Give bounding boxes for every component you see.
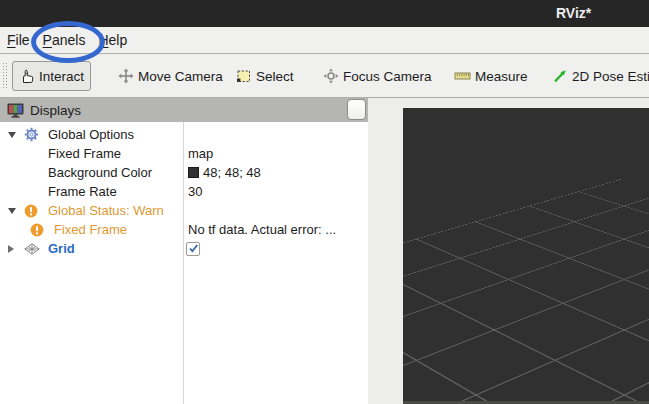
value-text: No tf data. Actual error: ... [188, 222, 336, 237]
move-arrows-icon [118, 68, 134, 84]
ruler-icon [454, 68, 471, 84]
value-text: 30 [188, 184, 202, 199]
property-value[interactable] [188, 239, 200, 258]
warning-icon [30, 223, 44, 237]
toolbar: InteractMove CameraSelectFocus CameraMea… [0, 55, 649, 98]
expander-expanded[interactable] [8, 132, 24, 138]
tool-label: Select [256, 69, 294, 84]
focus-crosshair-icon [323, 68, 339, 84]
displays-panel: Displays Global OptionsFixed FramemapBac… [0, 98, 368, 404]
hand-pointer-icon [19, 68, 35, 84]
iconslot [30, 223, 52, 237]
displays-tree: Global OptionsFixed FramemapBackground C… [0, 122, 368, 404]
tool-measure[interactable]: Measure [448, 61, 534, 91]
tool-label: Measure [475, 69, 528, 84]
3d-viewport[interactable] [403, 108, 649, 401]
toolbar-grip-handle[interactable] [2, 62, 8, 90]
tool-2d-pose-esti[interactable]: 2D Pose Esti [546, 61, 649, 91]
panel-float-button[interactable] [347, 99, 366, 120]
tree-row-global-status-warn[interactable]: Global Status: Warn [0, 201, 368, 220]
grid-icon [24, 243, 40, 255]
tool-label: 2D Pose Esti [572, 69, 649, 84]
rviz-window: RViz* FilePanelsHelp InteractMove Camera… [0, 0, 649, 404]
property-name: Global Status: Warn [48, 203, 164, 218]
tree-row-fixed-frame[interactable]: Fixed Framemap [0, 144, 368, 163]
tool-label: Interact [39, 69, 84, 84]
window-title: RViz* [556, 5, 591, 21]
property-name: Global Options [48, 127, 134, 142]
selection-box-icon [236, 68, 252, 84]
property-value[interactable]: 30 [188, 182, 202, 201]
property-name: Frame Rate [48, 184, 117, 199]
tree-row-fixed-frame[interactable]: Fixed FrameNo tf data. Actual error: ... [0, 220, 368, 239]
color-swatch [188, 167, 199, 178]
tool-label: Move Camera [138, 69, 223, 84]
iconslot [24, 204, 46, 218]
property-name: Fixed Frame [48, 146, 121, 161]
expander-collapsed[interactable] [8, 245, 24, 253]
property-value[interactable]: 48; 48; 48 [188, 163, 261, 182]
tool-label: Focus Camera [343, 69, 432, 84]
tree-row-grid[interactable]: Grid [0, 239, 368, 258]
property-name: Fixed Frame [54, 222, 127, 237]
property-name: Grid [48, 241, 75, 256]
ground-grid [403, 178, 649, 401]
menu-panels[interactable]: Panels [43, 29, 95, 51]
displays-panel-title: Displays [30, 103, 81, 118]
tool-select[interactable]: Select [230, 61, 300, 91]
tool-focus-camera[interactable]: Focus Camera [317, 61, 438, 91]
tool-move-camera[interactable]: Move Camera [112, 61, 229, 91]
value-text: 48; 48; 48 [203, 165, 261, 180]
pose-arrow-icon [552, 68, 568, 84]
iconslot [24, 127, 46, 142]
tree-row-background-color[interactable]: Background Color48; 48; 48 [0, 163, 368, 182]
displays-panel-header[interactable]: Displays [0, 98, 368, 122]
expander-expanded[interactable] [8, 208, 24, 214]
menu-file[interactable]: File [7, 29, 39, 51]
enabled-checkbox[interactable] [186, 242, 200, 256]
menu-bar: FilePanelsHelp [0, 27, 649, 54]
gear-icon [24, 127, 39, 142]
tree-row-global-options[interactable]: Global Options [0, 125, 368, 144]
property-name: Background Color [48, 165, 152, 180]
property-value[interactable]: No tf data. Actual error: ... [188, 220, 336, 239]
title-bar: RViz* [0, 0, 649, 27]
menu-help[interactable]: Help [98, 29, 136, 51]
property-value[interactable]: map [188, 144, 213, 163]
warning-icon [24, 204, 38, 218]
tool-interact[interactable]: Interact [12, 61, 91, 91]
value-text: map [188, 146, 213, 161]
monitor-icon [7, 103, 24, 118]
tree-row-frame-rate[interactable]: Frame Rate30 [0, 182, 368, 201]
iconslot [24, 243, 46, 255]
